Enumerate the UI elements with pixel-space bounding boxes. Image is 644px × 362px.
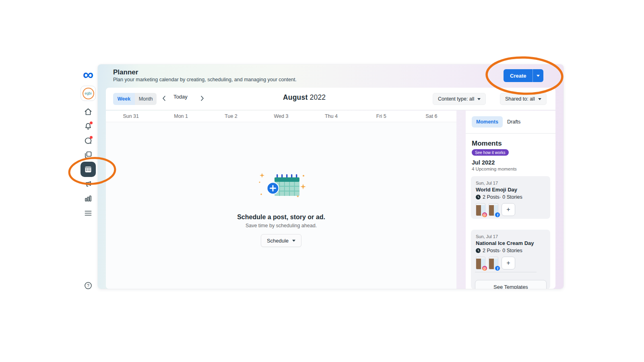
moment-card: Sun, Jul 17 World Emoji Day 2 Posts· 0 S… — [471, 176, 550, 219]
sidebar-item-messages[interactable] — [78, 137, 98, 146]
create-button-label[interactable]: Create — [504, 69, 533, 82]
prev-week-button[interactable] — [159, 95, 168, 103]
empty-state: Schedule a post, story or ad. Save time … — [217, 171, 346, 247]
bell-icon[interactable] — [84, 122, 92, 132]
calendar-week-view: Sun 31 Mon 1 Tue 2 Wed 3 Thu 4 Fri 5 Sat… — [106, 111, 456, 289]
sidebar-item-home[interactable] — [78, 108, 98, 117]
calendar-month-title: August 2022 — [283, 93, 326, 102]
tab-moments[interactable]: Moments — [472, 116, 503, 128]
calendar-illustration-icon — [256, 171, 307, 199]
schedule-button-label: Schedule — [267, 238, 289, 244]
page-title: Planner — [113, 68, 138, 76]
day-header-sun: Sun 31 — [106, 111, 156, 122]
shared-to-filter-label: Shared to: all — [505, 96, 535, 102]
create-button[interactable]: Create — [504, 69, 543, 82]
post-thumbnail[interactable]: f — [489, 257, 498, 269]
svg-text:?: ? — [87, 283, 89, 288]
content-type-filter-label: Content type: all — [438, 96, 474, 102]
avatar[interactable]: egbi — [80, 86, 96, 101]
post-thumbnail[interactable] — [476, 257, 485, 269]
moments-panel: Moments Drafts Moments See how it works … — [466, 111, 555, 289]
instagram-icon — [482, 266, 487, 271]
day-header-sat: Sat 6 — [407, 111, 456, 122]
sidebar-item-posts[interactable] — [78, 151, 98, 160]
sidebar-item-menu[interactable] — [78, 209, 98, 218]
avatar-label: egbi — [83, 88, 94, 99]
see-how-it-works-badge[interactable]: See how it works — [472, 149, 509, 156]
chevron-down-icon — [477, 98, 481, 100]
divider — [475, 272, 537, 272]
moments-heading: Moments — [472, 140, 502, 148]
shared-to-filter[interactable]: Shared to: all — [500, 93, 547, 105]
post-thumbnail[interactable] — [476, 203, 485, 216]
sidebar-item-planner[interactable] — [78, 162, 98, 177]
posts-icon[interactable] — [84, 151, 92, 160]
day-header-wed: Wed 3 — [256, 111, 306, 122]
calendar-body: Schedule a post, story or ad. Save time … — [106, 123, 456, 289]
create-dropdown-caret[interactable] — [533, 69, 543, 82]
schedule-button[interactable]: Schedule — [261, 234, 301, 247]
moment-date: Sun, Jul 17 — [476, 181, 545, 185]
divider — [466, 133, 555, 134]
month-name: August — [283, 93, 308, 101]
planner-icon[interactable] — [80, 162, 96, 177]
sidebar-item-help[interactable]: ? — [78, 282, 98, 291]
see-templates-button[interactable]: See Templates — [475, 280, 547, 289]
sidebar-item-insights[interactable] — [78, 194, 98, 204]
svg-text:f: f — [497, 267, 498, 271]
chevron-down-icon — [538, 98, 541, 100]
meta-logo: ∞ — [78, 69, 98, 81]
help-icon[interactable]: ? — [84, 282, 92, 291]
chat-icon[interactable] — [84, 137, 92, 146]
page-subtitle: Plan your marketing calendar by creating… — [113, 77, 297, 82]
add-to-moment-button[interactable]: + — [502, 257, 515, 269]
year: 2022 — [310, 93, 326, 101]
day-header-fri: Fri 5 — [356, 111, 406, 122]
megaphone-icon[interactable] — [84, 180, 92, 189]
week-toggle-button[interactable]: Week — [113, 93, 135, 105]
tab-drafts[interactable]: Drafts — [507, 116, 520, 128]
day-header-tue: Tue 2 — [206, 111, 256, 122]
instagram-icon — [482, 212, 487, 217]
today-button[interactable]: Today — [173, 94, 188, 100]
view-toggle: Week Month — [113, 93, 157, 105]
post-thumbnail[interactable]: f — [489, 203, 498, 216]
sidebar-item-ads[interactable] — [78, 180, 98, 189]
facebook-icon: f — [495, 266, 500, 271]
moment-date: Sun, Jul 17 — [476, 234, 545, 239]
moment-stats: 2 Posts· 0 Stories — [483, 194, 522, 200]
notification-dot — [90, 121, 93, 124]
clock-icon — [476, 248, 481, 253]
moment-title: National Ice Cream Day — [476, 240, 545, 246]
svg-text:f: f — [497, 213, 498, 217]
hamburger-menu-icon[interactable] — [84, 209, 92, 218]
content-type-filter[interactable]: Content type: all — [433, 93, 486, 105]
moments-period: Jul 2022 — [472, 159, 495, 166]
day-header-row: Sun 31 Mon 1 Tue 2 Wed 3 Thu 4 Fri 5 Sat… — [106, 111, 456, 122]
empty-state-subtitle: Save time by scheduling ahead. — [217, 223, 346, 228]
chevron-down-icon — [292, 240, 295, 242]
chevron-right-icon — [200, 95, 204, 101]
message-dot — [90, 136, 93, 139]
upcoming-count: 4 Upcoming moments — [472, 167, 517, 171]
add-to-moment-button[interactable]: + — [502, 203, 515, 216]
calendar-toolbar: Week Month Today August 2022 Content typ… — [106, 88, 555, 110]
moment-stats: 2 Posts· 0 Stories — [483, 248, 522, 253]
sidebar-item-notifications[interactable] — [78, 122, 98, 132]
app-window: Planner Plan your marketing calendar by … — [98, 64, 564, 289]
empty-state-title: Schedule a post, story or ad. — [217, 214, 346, 221]
bar-chart-icon[interactable] — [84, 194, 92, 204]
moment-title: World Emoji Day — [476, 187, 545, 193]
clock-icon — [476, 195, 481, 200]
next-week-button[interactable] — [198, 95, 207, 103]
day-header-mon: Mon 1 — [156, 111, 206, 122]
month-toggle-button[interactable]: Month — [135, 93, 157, 105]
day-header-thu: Thu 4 — [306, 111, 356, 122]
home-icon[interactable] — [84, 108, 92, 117]
facebook-icon: f — [495, 212, 500, 217]
chevron-left-icon — [162, 95, 166, 101]
business-avatar[interactable]: egbi — [78, 86, 98, 101]
